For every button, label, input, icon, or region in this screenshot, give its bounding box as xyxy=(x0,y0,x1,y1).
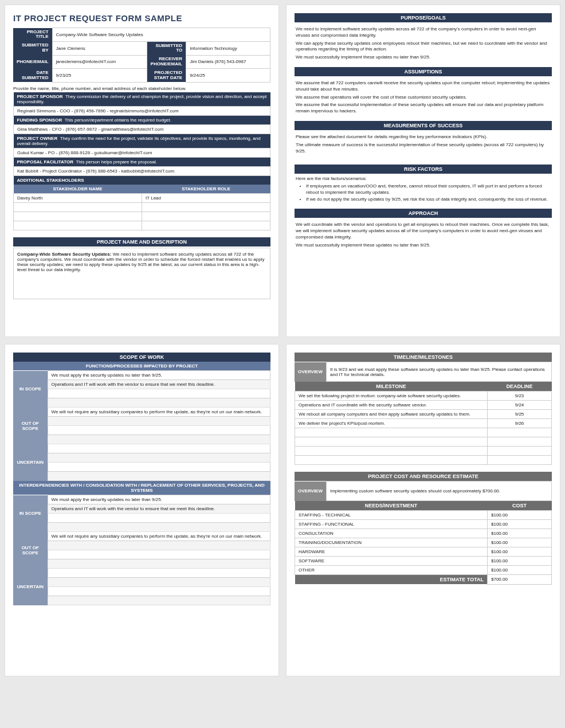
ms-5 xyxy=(295,437,488,447)
page-2: PURPOSE/GOALS We need to implement softw… xyxy=(286,5,560,337)
cost-5: $100.00 xyxy=(488,557,552,566)
need-1: STAFFING - FUNCTIONAL xyxy=(295,520,488,529)
ms-4 xyxy=(295,428,488,437)
additional-stakeholders: STAKEHOLDER NAME STAKEHOLDER ROLE Davey … xyxy=(13,185,270,230)
col-milestone: MILESTONE xyxy=(295,382,488,392)
need-5: SOFTWARE xyxy=(295,557,488,566)
cost-1: $100.00 xyxy=(488,520,552,529)
add-name-0: Davey North xyxy=(14,193,142,202)
need-3: TRAINING/DOCUMENTATION xyxy=(295,538,488,547)
cost-overview-label: OVERVIEW xyxy=(295,482,326,501)
dl-3: 9/26 xyxy=(488,419,552,428)
approach-body: We will coordinate with the vendor and o… xyxy=(295,218,552,255)
ms-6 xyxy=(295,447,488,456)
unc3 xyxy=(48,463,270,472)
val-funding: Gina Matthews - CFO - (876) 657-9872 - g… xyxy=(14,124,270,134)
in1: We must apply the security updates no la… xyxy=(48,371,270,380)
out4b xyxy=(48,559,270,569)
cost-6: $100.00 xyxy=(488,566,552,575)
val-project-title: Company-Wide Software Security Updates xyxy=(52,28,270,42)
val-receiver: Jim Daniels (876) 543-0987 xyxy=(186,55,270,69)
hdr-owner: PROJECT OWNER xyxy=(17,136,58,141)
val-owner: Gokul Kumar - PO - (876) 888-9128 - goku… xyxy=(14,148,270,157)
hdr-sponsor: PROJECT SPONSOR xyxy=(17,94,63,99)
lbl-uncertain-2: UNCERTAIN xyxy=(13,569,48,605)
total-value: $700.00 xyxy=(488,575,552,585)
lbl-in-scope: IN SCOPE xyxy=(13,371,48,408)
assumptions-title: ASSUMPTIONS xyxy=(295,67,552,76)
ms-2: We reboot all company computers and then… xyxy=(295,410,488,419)
timeline-overview-text: It is 9/23 and we must apply these softw… xyxy=(326,362,551,382)
lbl-projected: PROJECTED START DATE xyxy=(147,69,186,83)
in2b: Operations and IT will work with the ven… xyxy=(48,504,270,514)
dl-4 xyxy=(488,428,552,437)
val-facilitator: Kat Bobbit - Project Coordinator - (876)… xyxy=(14,166,270,175)
scope-block-2: IN SCOPEWe must apply the security updat… xyxy=(13,495,270,605)
assumptions-p3: We assume that the successful implementa… xyxy=(296,102,551,115)
ms-3: We deliver the project's KPIs/post-morte… xyxy=(295,419,488,428)
risk-body: Here are the risk factors/scenarios: If … xyxy=(295,174,552,209)
lbl-project-title: PROJECT TITLE xyxy=(13,28,52,42)
ms-0: We set the following project in motion: … xyxy=(295,392,488,401)
val-submitted-to: Information Technology xyxy=(186,41,270,55)
cost-title: PROJECT COST AND RESOURCE ESTIMATE xyxy=(295,472,552,481)
val-projected: 9/24/25 xyxy=(186,69,270,83)
inter-title: INTERDEPENDENCIES WITH / CONSOLIDATION W… xyxy=(13,481,270,495)
unc1 xyxy=(48,444,270,453)
header-table: PROJECT TITLE Company-Wide Software Secu… xyxy=(13,28,270,83)
need-6: OTHER xyxy=(295,566,488,575)
add-role-0: IT Lead xyxy=(142,193,270,202)
add-name-2 xyxy=(14,212,142,221)
dl-6 xyxy=(488,447,552,456)
cost-2: $100.00 xyxy=(488,529,552,538)
page-4: TIMELINE/MILESTONES OVERVIEW It is 9/23 … xyxy=(286,344,560,676)
measure-title: MEASUREMENTS OF SUCCESS xyxy=(295,121,552,130)
lbl-in-scope-2: IN SCOPE xyxy=(13,495,48,532)
purpose-p3: We must successfully implement these upd… xyxy=(296,54,551,61)
page-1: IT PROJECT REQUEST FORM SAMPLE PROJECT T… xyxy=(5,5,279,337)
dl-0: 9/23 xyxy=(488,392,552,401)
doc-title: IT PROJECT REQUEST FORM SAMPLE xyxy=(13,13,270,23)
val-submitted-by: Jane Clemens xyxy=(52,41,147,55)
assumptions-p1: We assume that all 722 computers can/wil… xyxy=(296,80,551,93)
col-stakeholder-role: STAKEHOLDER ROLE xyxy=(142,185,270,194)
val-date-submitted: 9/23/25 xyxy=(52,69,147,83)
desc-facilitator: This person helps prepare the proposal. xyxy=(76,159,156,165)
out1b: We will not require any subsidiary compa… xyxy=(48,532,270,541)
lbl-submitted-by: SUBMITTED BY xyxy=(13,41,52,55)
milestone-table: MILESTONE DEADLINE We set the following … xyxy=(295,382,552,465)
add-name-3 xyxy=(14,221,142,230)
cost-4: $100.00 xyxy=(488,547,552,557)
approach-p1: We will coordinate with the vendor and o… xyxy=(296,222,551,240)
approach-title: APPROACH xyxy=(295,209,552,218)
lbl-submitted-to: SUBMITTED TO xyxy=(147,41,186,55)
need-4: HARDWARE xyxy=(295,547,488,557)
stakeholder-intro: Provide the name, title, phone number, a… xyxy=(13,86,270,91)
add-name-1 xyxy=(14,202,142,212)
cost-table: NEEDS/INVESTMENT COST STAFFING - TECHNIC… xyxy=(295,501,552,585)
project-desc-header: PROJECT NAME AND DESCRIPTION xyxy=(13,237,270,246)
cost-overview-text: Implementing custom software security up… xyxy=(326,482,551,501)
in2: Operations and IT will work with the ven… xyxy=(48,380,270,389)
col-deadline: DEADLINE xyxy=(488,382,552,392)
col-need: NEEDS/INVESTMENT xyxy=(295,501,488,511)
in3 xyxy=(48,389,270,398)
unc1b xyxy=(48,569,270,578)
lbl-date-submitted: DATE SUBMITTED xyxy=(13,69,52,83)
lbl-phone-email: PHONE/EMAIL xyxy=(13,55,52,69)
val-phone-email: janeclemens@infotechIT.com xyxy=(52,55,147,69)
dl-1: 9/24 xyxy=(488,401,552,410)
val-sponsor: Reginald Simmons - COO - (876) 456-7890 … xyxy=(14,106,270,115)
stakeholder-table: PROJECT SPONSOR They commission the deli… xyxy=(13,92,270,185)
ms-7 xyxy=(295,456,488,465)
assumptions-p2: We assume that operations will cover the… xyxy=(296,95,551,101)
scope-subtitle: FUNCTIONS/PROCESSES IMPACTED BY PROJECT xyxy=(13,362,270,370)
lbl-uncertain: UNCERTAIN xyxy=(13,444,48,481)
col-stakeholder-name: STAKEHOLDER NAME xyxy=(14,185,142,194)
need-2: CONSULTATION xyxy=(295,529,488,538)
out2 xyxy=(48,417,270,426)
timeline-title: TIMELINE/MILESTONES xyxy=(295,353,552,362)
desc-funding: This person/department obtains the requi… xyxy=(65,118,171,123)
cost-3: $100.00 xyxy=(488,538,552,547)
hdr-funding: FUNDING SPONSOR xyxy=(17,118,62,123)
